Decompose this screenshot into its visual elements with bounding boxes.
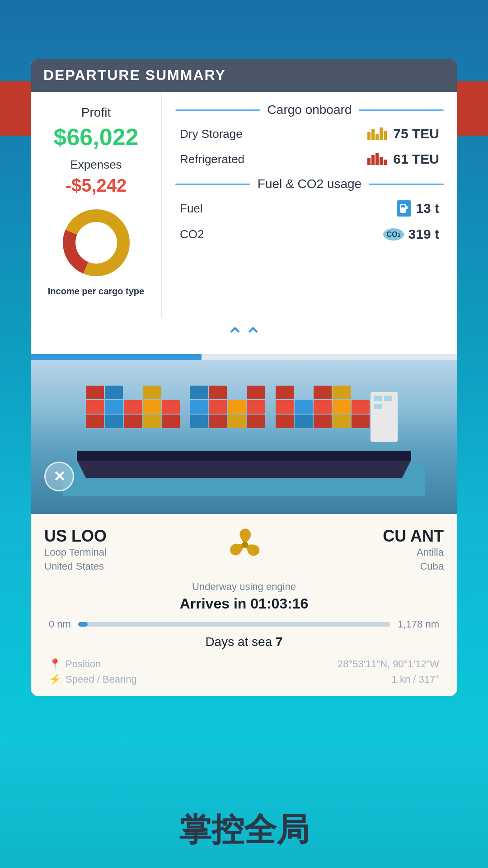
- fuel-line-left: [175, 184, 250, 185]
- co2-tonnes: 319 t: [408, 226, 439, 242]
- days-at-sea: Days at sea 7: [44, 635, 444, 649]
- expenses-label: Expenses: [70, 158, 122, 172]
- svg-rect-27: [228, 415, 246, 428]
- svg-rect-20: [162, 400, 180, 414]
- svg-rect-31: [247, 386, 265, 399]
- days-value: 7: [276, 635, 283, 649]
- red-bar-left: [0, 81, 32, 136]
- svg-rect-25: [209, 400, 227, 414]
- fuel-section-header: Fuel & CO2 usage: [175, 177, 444, 191]
- origin-code: US LOO: [44, 527, 107, 546]
- svg-rect-5: [405, 206, 408, 209]
- dry-storage-row: Dry Storage 75 TEU: [175, 126, 444, 142]
- svg-rect-38: [314, 400, 332, 414]
- refrigerated-label: Refrigerated: [180, 152, 244, 166]
- svg-rect-9: [86, 400, 104, 414]
- svg-rect-23: [190, 386, 208, 399]
- origin-port: US LOO Loop Terminal United States: [44, 527, 107, 574]
- ref-icon: [367, 153, 387, 165]
- svg-rect-36: [295, 400, 313, 414]
- position-label: Position: [66, 658, 101, 670]
- chevron-section[interactable]: ⌃⌃: [31, 318, 457, 354]
- donut-chart: [60, 207, 132, 279]
- profit-value: $66,022: [54, 123, 139, 151]
- position-row: 📍 Position 28°53'11"N, 90°1'12"W: [49, 658, 439, 670]
- position-value: 28°53'11"N, 90°1'12"W: [338, 658, 439, 670]
- position-icon: 📍: [49, 658, 61, 670]
- propeller-icon: [227, 527, 263, 565]
- top-section: Profit $66,022 Expenses -$5,242 Income p…: [31, 92, 457, 318]
- svg-rect-42: [333, 386, 351, 399]
- svg-rect-11: [105, 415, 123, 428]
- svg-rect-33: [276, 400, 294, 414]
- svg-rect-44: [352, 400, 370, 414]
- svg-rect-28: [228, 400, 246, 414]
- chevron-up-icon: ⌃⌃: [226, 325, 262, 347]
- co2-icon: CO₂: [383, 228, 404, 241]
- svg-rect-8: [86, 415, 104, 428]
- position-key: 📍 Position: [49, 658, 101, 670]
- progress-bar-fill: [31, 354, 202, 360]
- co2-row: CO2 CO₂ 319 t: [175, 226, 444, 242]
- dry-storage-value: 75 TEU: [367, 126, 439, 142]
- svg-rect-46: [374, 396, 382, 401]
- co2-label: CO2: [180, 227, 204, 241]
- speed-icon: ⚡: [49, 674, 61, 685]
- dest-name: AntillaCuba: [417, 546, 444, 574]
- speed-value: 1 kn / 317°: [392, 674, 439, 685]
- svg-rect-19: [162, 415, 180, 428]
- top-progress-bar: [31, 354, 457, 360]
- dry-icon: [367, 127, 387, 140]
- svg-rect-37: [314, 415, 332, 428]
- svg-rect-13: [105, 386, 123, 399]
- fuel-label: Fuel: [180, 202, 203, 216]
- svg-rect-7: [77, 451, 411, 461]
- fuel-line-right: [369, 184, 444, 185]
- dry-storage-label: Dry Storage: [180, 127, 243, 141]
- origin-name: Loop Terminal United States: [44, 546, 107, 574]
- fuel-icon: [397, 200, 411, 217]
- cargo-fuel-panel: Cargo onboard Dry Storage 75 TEU: [162, 92, 457, 318]
- refrigerated-value: 61 TEU: [367, 151, 439, 167]
- dest-code: CU ANT: [383, 527, 444, 546]
- svg-rect-17: [143, 400, 161, 414]
- distance-bar-fill: [78, 622, 88, 627]
- fuel-section-title: Fuel & CO2 usage: [258, 177, 361, 191]
- route-row: US LOO Loop Terminal United States: [44, 527, 444, 574]
- route-details: Underway using engine Arrives in 01:03:1…: [44, 581, 444, 685]
- distance-bar: [78, 622, 390, 627]
- dist-start: 0 nm: [49, 618, 71, 630]
- days-label: Days at sea: [205, 635, 272, 649]
- route-section: US LOO Loop Terminal United States: [31, 514, 457, 696]
- status-text: Underway using engine: [44, 581, 444, 593]
- svg-rect-30: [247, 400, 265, 414]
- fuel-tonnes: 13 t: [416, 201, 439, 216]
- cargo-section-header: Cargo onboard: [175, 103, 444, 117]
- close-button[interactable]: ✕: [44, 462, 74, 491]
- svg-rect-22: [190, 400, 208, 414]
- dry-teu-value: 75 TEU: [393, 126, 439, 142]
- cargo-section-title: Cargo onboard: [267, 103, 352, 117]
- expenses-value: -$5,242: [66, 175, 127, 196]
- arrives-time: 01:03:16: [250, 595, 308, 612]
- svg-rect-32: [276, 415, 294, 428]
- distance-row: 0 nm 1,178 nm: [44, 618, 444, 630]
- page-title: DEPARTURE SUMMARY: [43, 67, 226, 84]
- svg-rect-14: [124, 415, 142, 428]
- propeller-svg: [227, 527, 263, 563]
- svg-rect-48: [374, 404, 382, 409]
- speed-key: ⚡ Speed / Bearing: [49, 674, 137, 685]
- ref-teu-value: 61 TEU: [393, 151, 439, 167]
- svg-point-49: [242, 542, 248, 548]
- red-bar-right: [456, 81, 488, 136]
- svg-rect-4: [401, 205, 405, 208]
- svg-rect-39: [314, 386, 332, 399]
- svg-rect-21: [190, 415, 208, 428]
- profit-label: Profit: [81, 105, 111, 120]
- svg-rect-40: [333, 415, 351, 428]
- svg-rect-12: [105, 400, 123, 414]
- speed-label: Speed / Bearing: [66, 674, 137, 685]
- svg-rect-18: [143, 386, 161, 399]
- profit-panel: Profit $66,022 Expenses -$5,242 Income p…: [31, 92, 162, 318]
- svg-rect-16: [143, 415, 161, 428]
